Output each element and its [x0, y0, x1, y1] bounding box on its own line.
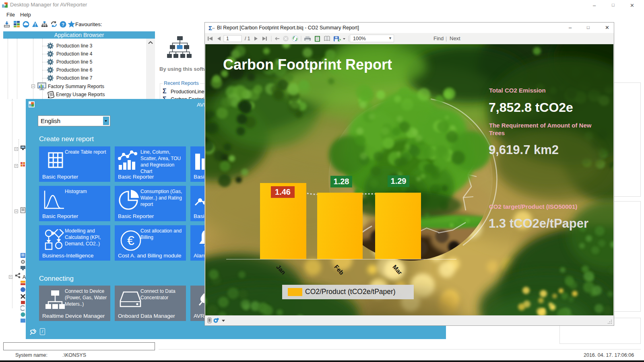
- svg-text:?: ?: [62, 22, 64, 27]
- svg-text:€: €: [127, 233, 134, 248]
- svg-text:1: 1: [226, 36, 229, 41]
- svg-text:/ 1: / 1: [245, 36, 250, 41]
